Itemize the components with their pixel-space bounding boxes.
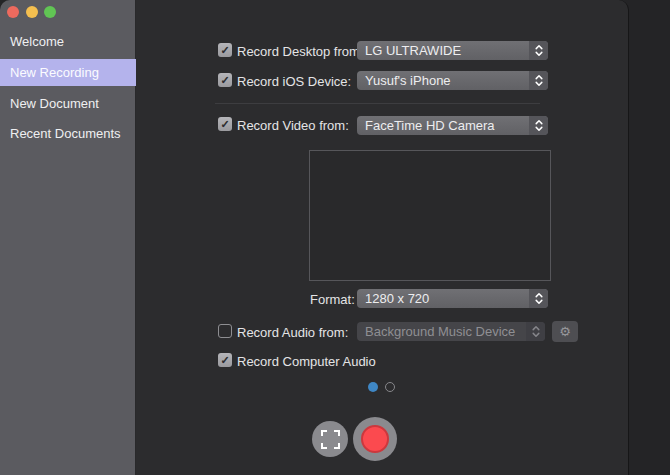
dashed-selection-icon [321, 430, 340, 449]
format-label: Format: [310, 292, 355, 307]
audio-source-dropdown: Background Music Device [357, 322, 545, 341]
format-dropdown[interactable]: 1280 x 720 [357, 289, 548, 308]
ios-device-dropdown[interactable]: Yusuf's iPhone [357, 71, 548, 90]
audio-settings-button[interactable]: ⚙ [552, 321, 578, 342]
video-source-value: FaceTime HD Camera [357, 118, 529, 133]
record-audio-checkbox[interactable]: ✓ [218, 324, 232, 338]
section-divider [215, 103, 540, 104]
check-icon: ✓ [220, 355, 229, 366]
page-dot-2[interactable] [385, 382, 395, 392]
record-computer-audio-label: Record Computer Audio [237, 354, 376, 369]
format-value: 1280 x 720 [357, 291, 529, 306]
chevron-up-down-icon [529, 71, 548, 90]
record-icon [361, 425, 389, 453]
screen: Welcome New Recording New Document Recen… [0, 0, 670, 475]
desktop-source-value: LG ULTRAWIDE [357, 43, 529, 58]
record-ios-label: Record iOS Device: [237, 74, 351, 89]
check-icon: ✓ [220, 75, 229, 86]
chevron-up-down-icon [529, 289, 548, 308]
page-dot-1[interactable] [368, 382, 378, 392]
record-computer-audio-checkbox[interactable]: ✓ [218, 353, 232, 367]
chevron-up-down-icon [529, 41, 548, 60]
record-video-label: Record Video from: [237, 118, 349, 133]
record-button[interactable] [353, 417, 397, 461]
audio-source-value: Background Music Device [357, 324, 526, 339]
desktop-source-dropdown[interactable]: LG ULTRAWIDE [357, 41, 548, 60]
record-desktop-checkbox[interactable]: ✓ [218, 43, 232, 57]
zoom-button[interactable] [44, 6, 56, 18]
selection-area-button[interactable] [312, 421, 348, 457]
check-icon: ✓ [220, 119, 229, 130]
record-video-checkbox[interactable]: ✓ [218, 117, 232, 131]
app-window: Welcome New Recording New Document Recen… [0, 0, 629, 475]
record-audio-label: Record Audio from: [237, 325, 348, 340]
sidebar-item-new-recording[interactable]: New Recording [0, 59, 136, 86]
sidebar: Welcome New Recording New Document Recen… [0, 0, 136, 475]
video-source-dropdown[interactable]: FaceTime HD Camera [357, 116, 548, 135]
gear-icon: ⚙ [559, 325, 571, 338]
minimize-button[interactable] [26, 6, 38, 18]
chevron-up-down-icon [529, 116, 548, 135]
sidebar-item-recent-documents[interactable]: Recent Documents [0, 120, 136, 147]
camera-preview [309, 150, 551, 281]
ios-device-value: Yusuf's iPhone [357, 73, 529, 88]
close-button[interactable] [7, 6, 19, 18]
record-desktop-label: Record Desktop from: [237, 44, 363, 59]
sidebar-item-welcome[interactable]: Welcome [0, 28, 136, 55]
check-icon: ✓ [220, 45, 229, 56]
chevron-up-down-icon [526, 322, 545, 341]
record-ios-checkbox[interactable]: ✓ [218, 73, 232, 87]
sidebar-item-new-document[interactable]: New Document [0, 90, 136, 117]
